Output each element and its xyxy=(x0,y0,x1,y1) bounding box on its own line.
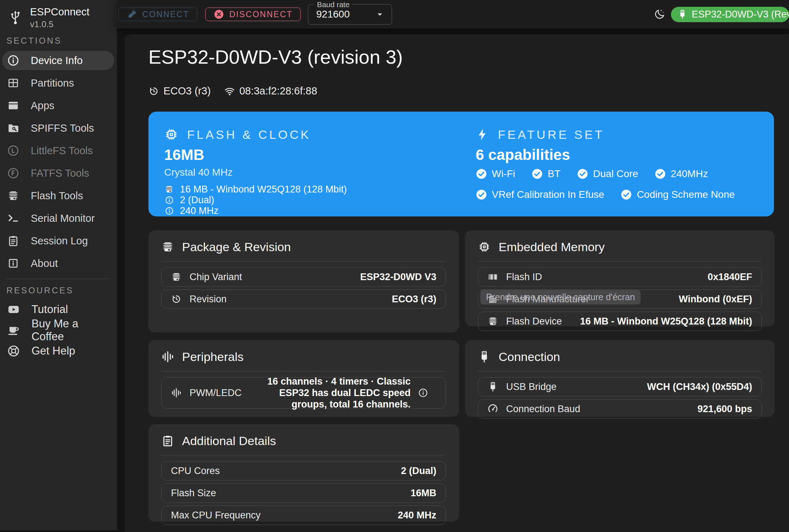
sidebar-item-label: FATFS Tools xyxy=(31,167,89,179)
circle-l-icon xyxy=(7,145,19,157)
capability-label: BT xyxy=(548,168,560,180)
apps-window-icon xyxy=(7,99,19,112)
connection-card: Connection USB Bridge WCH (CH34x) (0x55D… xyxy=(465,340,775,417)
table-row: PWM/LEDC 16 channels · 4 timers · Classi… xyxy=(161,377,446,409)
divider xyxy=(161,455,446,455)
additional-details-card: Additional Details CPU Cores 2 (Dual) Fl… xyxy=(148,424,459,522)
feature-set-section: FEATURE SET 6 capabilities Wi-Fi BT Dual… xyxy=(476,127,758,216)
row-label: CPU Cores xyxy=(171,465,220,477)
row-value: WCH (CH34x) (0x55D4) xyxy=(647,381,752,392)
mac-address-chip: 08:3a:f2:28:6f:88 xyxy=(224,85,317,97)
capability-chip: Dual Core xyxy=(577,168,638,180)
sidebar-item-label: SPIFFS Tools xyxy=(31,122,94,134)
check-circle-icon xyxy=(476,189,487,200)
card-title: Connection xyxy=(499,350,560,364)
capability-label: VRef Calibration In Efuse xyxy=(492,189,604,200)
dark-mode-toggle[interactable] xyxy=(654,9,665,20)
sidebar-item-flash-tools[interactable]: Flash Tools xyxy=(2,186,114,205)
row-label: Revision xyxy=(190,294,227,305)
disconnect-button-label: DISCONNECT xyxy=(229,10,293,19)
memory-chip-icon xyxy=(487,316,498,327)
table-row: Chip Variant ESP32-D0WD V3 xyxy=(161,267,446,287)
memory-chip-icon xyxy=(164,185,174,194)
sidebar-item-label: LittleFS Tools xyxy=(31,145,93,157)
table-row: CPU Cores 2 (Dual) xyxy=(161,461,446,480)
row-label: Flash Device xyxy=(506,316,562,327)
table-row: Flash Size 16MB xyxy=(161,483,446,503)
sidebar-item-get-help[interactable]: Get Help xyxy=(2,342,114,360)
info-square-icon xyxy=(7,257,19,269)
flash-clock-section: FLASH & CLOCK 16MB Crystal 40 MHz 16 MB … xyxy=(164,127,476,216)
sidebar-item-label: Session Log xyxy=(31,235,88,247)
capabilities-row: Wi-Fi BT Dual Core 240MHz xyxy=(476,168,758,180)
disconnect-button[interactable]: DISCONNECT xyxy=(205,8,301,21)
check-circle-icon xyxy=(577,168,588,180)
sidebar-item-label: Get Help xyxy=(31,345,75,357)
app-version: v1.0.5 xyxy=(30,19,89,29)
flash-clock-header: FLASH & CLOCK xyxy=(164,127,476,142)
topbar-right: ESP32-D0WD-V3 (Revision xyxy=(654,7,789,22)
row-label: PWM/LEDC xyxy=(190,387,242,399)
card-header: Package & Revision xyxy=(161,240,446,254)
flash-size-value: 16MB xyxy=(164,147,476,163)
list-item: 2 (Dual) xyxy=(164,195,476,205)
memory-chip-icon xyxy=(171,272,182,282)
lifebuoy-icon xyxy=(7,345,20,357)
card-header: Embedded Memory xyxy=(478,240,762,254)
app-header: ESPConnect v1.0.5 xyxy=(0,0,117,34)
sidebar-item-serial-monitor[interactable]: Serial Monitor xyxy=(2,209,114,228)
circle-f-icon xyxy=(7,167,19,179)
usb-stick-icon xyxy=(127,9,137,20)
row-label: USB Bridge xyxy=(506,381,557,392)
info-circle-icon[interactable] xyxy=(418,388,428,398)
feature-set-title: FEATURE SET xyxy=(498,128,604,142)
sidebar-item-tutorial[interactable]: Tutorial xyxy=(2,301,114,318)
capability-chip: 240MHz xyxy=(655,168,708,180)
memory-chip-icon xyxy=(7,190,19,202)
check-circle-icon xyxy=(655,168,666,180)
sidebar-item-label: Partitions xyxy=(31,77,74,89)
check-circle-icon xyxy=(531,168,543,180)
card-rows: USB Bridge WCH (CH34x) (0x55D4) Connecti… xyxy=(478,377,762,419)
update-clock-icon xyxy=(171,294,182,304)
cpu-frequency-text: 240 MHz xyxy=(180,205,219,216)
divider xyxy=(161,261,446,262)
divider xyxy=(478,261,762,262)
row-label: Max CPU Frequency xyxy=(171,510,261,521)
check-circle-icon xyxy=(476,168,487,180)
row-value: ECO3 (r3) xyxy=(392,294,436,305)
sidebar-item-littlefs-tools[interactable]: LittleFS Tools xyxy=(2,141,114,160)
card-title: Additional Details xyxy=(182,434,276,448)
package-revision-card: Package & Revision Chip Variant ESP32-D0… xyxy=(148,230,459,332)
row-value: 0x1840EF xyxy=(707,272,752,283)
baud-rate-label: Baud rate xyxy=(314,0,352,9)
list-item: 240 MHz xyxy=(164,205,476,216)
info-circle-icon xyxy=(164,196,174,205)
sidebar-item-spiffs-tools[interactable]: SPIFFS Tools xyxy=(2,118,114,138)
embedded-memory-card: Embedded Memory Flash ID 0x1840EF Flash … xyxy=(465,230,775,326)
sidebar-item-label: Device Info xyxy=(31,55,83,67)
memory-chip-icon xyxy=(161,240,174,253)
capability-chip: Wi-Fi xyxy=(476,168,515,180)
clipboard-icon xyxy=(161,434,174,447)
sidebar-item-label: Buy Me a Coffee xyxy=(31,317,109,343)
sidebar-item-session-log[interactable]: Session Log xyxy=(2,231,114,250)
info-circle-icon xyxy=(164,206,174,215)
sidebar-item-device-info[interactable]: Device Info xyxy=(2,51,114,70)
connect-button[interactable]: CONNECT xyxy=(118,8,197,21)
sidebar-item-partitions[interactable]: Partitions xyxy=(2,73,114,93)
sidebar-item-apps[interactable]: Apps xyxy=(2,96,114,115)
main-content: ESP32-D0WD-V3 (revision 3) ECO3 (r3) 08:… xyxy=(124,34,789,532)
connected-device-label: ESP32-D0WD-V3 (Revision xyxy=(692,9,789,20)
baud-rate-select[interactable]: Baud rate 921600 xyxy=(308,4,392,25)
capability-label: 240MHz xyxy=(671,168,708,180)
sidebar-item-buy-me-a-coffee[interactable]: Buy Me a Coffee xyxy=(2,321,114,339)
capabilities-row: VRef Calibration In Efuse Coding Scheme … xyxy=(476,189,758,200)
device-summary-hero: FLASH & CLOCK 16MB Crystal 40 MHz 16 MB … xyxy=(148,112,774,216)
app-title-block: ESPConnect v1.0.5 xyxy=(30,6,89,30)
mac-address-value: 08:3a:f2:28:6f:88 xyxy=(239,85,317,97)
sidebar-item-fatfs-tools[interactable]: FATFS Tools xyxy=(2,163,114,183)
sidebar-item-about[interactable]: About xyxy=(2,254,114,273)
gauge-icon xyxy=(487,404,498,414)
usb-plug-icon xyxy=(487,381,498,392)
